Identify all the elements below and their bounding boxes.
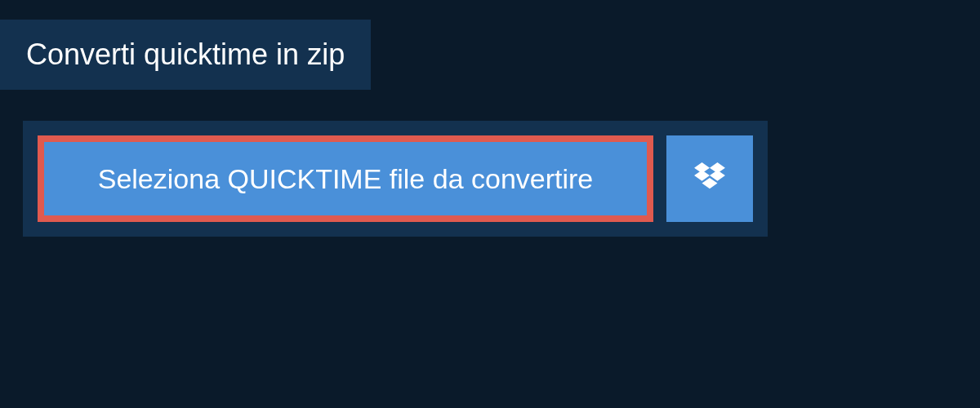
dropbox-button[interactable] — [666, 135, 753, 222]
page-title: Converti quicktime in zip — [26, 38, 345, 72]
select-file-button[interactable]: Seleziona QUICKTIME file da convertire — [38, 135, 653, 222]
dropbox-icon — [694, 162, 725, 195]
action-panel: Seleziona QUICKTIME file da convertire — [23, 121, 768, 237]
select-file-label: Seleziona QUICKTIME file da convertire — [98, 163, 594, 195]
header-tab: Converti quicktime in zip — [0, 20, 371, 90]
